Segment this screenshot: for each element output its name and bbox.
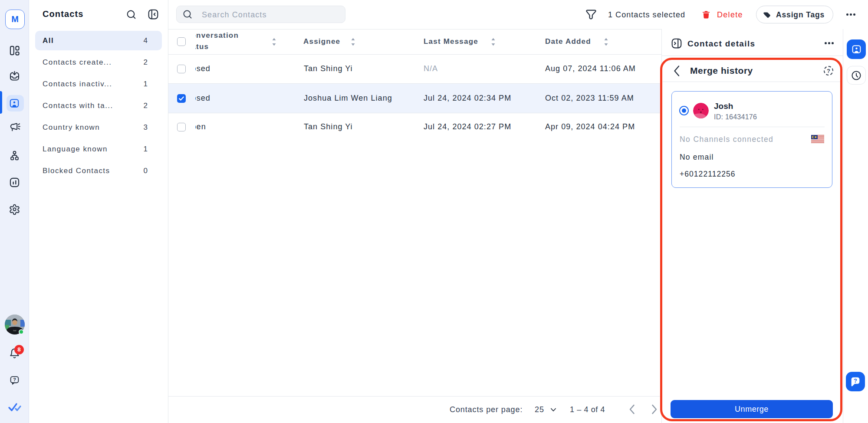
svg-text:?: ?	[13, 377, 16, 382]
svg-text:?: ?	[854, 377, 857, 384]
